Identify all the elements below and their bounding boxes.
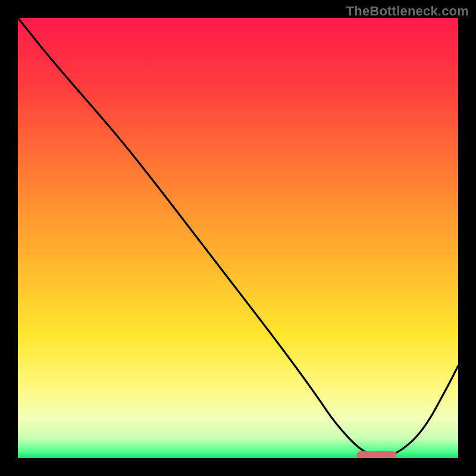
- optimal-marker: [357, 451, 397, 458]
- watermark-label: TheBottleneck.com: [346, 4, 469, 19]
- chart-frame: TheBottleneck.com: [0, 0, 476, 476]
- heat-background: [18, 18, 458, 458]
- bottleneck-chart: [18, 18, 458, 458]
